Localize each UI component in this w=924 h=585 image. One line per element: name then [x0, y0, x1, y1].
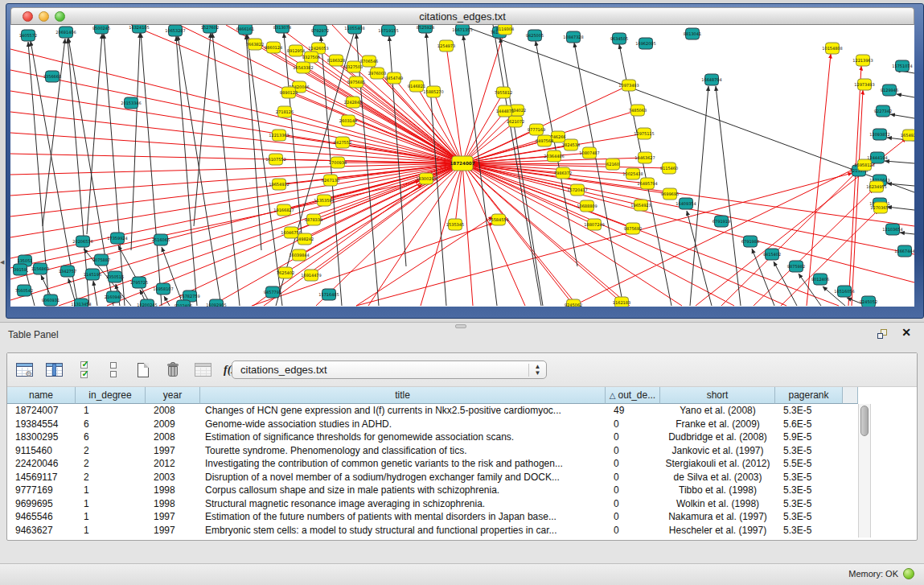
- network-edge: [43, 39, 65, 226]
- dropdown-arrows-icon: ▲▼: [528, 364, 546, 377]
- table-settings-icon: ⚙: [16, 363, 33, 377]
- table-cell-name: 19384554: [7, 418, 76, 431]
- table-panel-title: Table Panel: [8, 329, 59, 340]
- network-node-label: 9875982: [787, 264, 805, 269]
- network-node-label: 10719155: [378, 28, 398, 33]
- network-node-label: 1700934: [329, 160, 347, 165]
- table-cell-title: Embryonic stem cells: a model to study s…: [200, 524, 606, 538]
- network-edge: [356, 173, 852, 306]
- table-cell-pagerank: 5.3E-5: [775, 444, 843, 458]
- network-window[interactable]: citations_edges.txt 14055722069140695002…: [6, 3, 924, 319]
- table-row[interactable]: 946554611997Estimation of the future num…: [7, 510, 858, 524]
- column-header-in_degree[interactable]: in_degree: [76, 387, 146, 404]
- network-edge: [887, 207, 914, 210]
- table-row[interactable]: 969969511998Structural magnetic resonanc…: [7, 497, 858, 511]
- table-cell-in_degree: 2: [76, 444, 146, 458]
- scrollbar-thumb[interactable]: [860, 406, 869, 436]
- network-node-label: 1162183: [613, 300, 630, 305]
- table-cell-short: Yano et al. (2008): [660, 404, 775, 418]
- panel-collapse-arrow[interactable]: ◀: [0, 259, 4, 266]
- network-node-label: 2160946: [105, 295, 122, 299]
- network-window-titlebar[interactable]: citations_edges.txt: [10, 7, 914, 25]
- network-node-label: 7625402: [277, 270, 294, 275]
- table-row[interactable]: 1938455462009Genome-wide association stu…: [7, 418, 858, 431]
- table-cell-name: 9465546: [7, 510, 76, 524]
- table-cell-short: Franke et al. (2009): [660, 418, 775, 431]
- column-header-year[interactable]: year: [146, 387, 200, 404]
- network-node-label: 8186328: [327, 58, 345, 63]
- network-node-label: 8706546: [360, 59, 378, 64]
- network-node-label: 16039844: [289, 253, 309, 257]
- network-node-label: 18807249: [584, 222, 604, 227]
- network-node-label: 16092905: [206, 303, 226, 307]
- column-header-label: name: [29, 389, 53, 401]
- column-header-short[interactable]: short: [660, 387, 775, 404]
- network-node-label: 10807487: [579, 150, 599, 155]
- table-row[interactable]: 1872400712008Changes of HCN gene express…: [7, 404, 858, 418]
- table-row[interactable]: 1456911722003Disruption of a novel membe…: [7, 471, 858, 484]
- table-cell-in_degree: 1: [76, 524, 146, 538]
- table-cell-short: Nakamura et al. (1997): [660, 510, 775, 524]
- network-edge: [247, 34, 282, 306]
- table-panel-body: ⚙ f(x): [6, 352, 918, 541]
- table-cell-in_degree: 1: [76, 404, 146, 418]
- network-node-label: 15958128: [854, 163, 874, 167]
- network-node-label: 8878334: [305, 217, 322, 222]
- splitter-grip[interactable]: [455, 324, 466, 328]
- table-cell-in_degree: 6: [76, 431, 146, 444]
- network-node-label: 16324105: [129, 25, 149, 30]
- new-document-icon: [138, 363, 149, 377]
- table-cell-in_degree: 2: [76, 471, 146, 484]
- table-cell-name: 9463627: [7, 524, 76, 538]
- table-row[interactable]: 1830029562008Estimation of significance …: [7, 431, 858, 444]
- table-selector-dropdown[interactable]: citations_edges.txt ▲▼: [232, 360, 547, 379]
- column-header-label: in_degree: [88, 389, 131, 401]
- table-row[interactable]: 911546021997Tourette syndrome. Phenomeno…: [7, 444, 858, 458]
- column-header-title[interactable]: title: [200, 387, 606, 404]
- create-column-button[interactable]: [130, 357, 156, 383]
- table-settings-button[interactable]: ⚙: [11, 357, 37, 383]
- network-node-label: 8912954: [287, 48, 305, 53]
- network-node-label: 9890123: [280, 90, 298, 95]
- float-panel-icon[interactable]: [877, 329, 889, 340]
- table-cell-out_degree: 0: [606, 524, 660, 538]
- table-cell-title: Tourette syndrome. Phenomenology and cla…: [200, 444, 606, 458]
- network-graph[interactable]: 1405572206914069500245163241051065328715…: [10, 25, 914, 307]
- application-window: ◀ citations_edges.txt 14055722069140695: [0, 0, 924, 585]
- select-column-button[interactable]: [41, 357, 67, 383]
- network-edge: [462, 111, 505, 163]
- delete-column-button[interactable]: [160, 357, 186, 383]
- network-node-label: 1795725: [130, 280, 148, 285]
- network-node-label: 8267130: [322, 178, 339, 183]
- select-all-columns-button[interactable]: [71, 357, 97, 383]
- table-row[interactable]: 977716911998Corpus callosum shape and si…: [7, 484, 858, 497]
- network-edge: [462, 163, 734, 306]
- checkmarks-icon: [80, 361, 88, 378]
- table-cell-out_degree: 0: [606, 497, 660, 511]
- network-edge: [852, 90, 863, 306]
- table-cell-in_degree: 2: [76, 457, 146, 471]
- table-cell-out_degree: 49: [606, 404, 660, 418]
- empty-boxes-icon: [110, 362, 117, 377]
- table-row[interactable]: 946362711997Embryonic stem cells: a mode…: [7, 524, 858, 538]
- network-node-label: 135051: [17, 258, 32, 263]
- table-cell-pagerank: 5.9E-5: [775, 431, 843, 444]
- table-row[interactable]: 2242004622012Investigating the contribut…: [7, 457, 858, 471]
- network-node-label: 11313454: [71, 302, 91, 307]
- table-cell-out_degree: 0: [606, 457, 660, 471]
- network-node-label: 1350515: [106, 274, 124, 279]
- table-cell-name: 18724007: [7, 404, 76, 418]
- network-node-label: 16234955: [866, 184, 886, 189]
- network-node-label: 1621072: [507, 119, 524, 124]
- network-node-label: 16962095: [635, 41, 655, 46]
- network-node-label: 8525924: [417, 25, 434, 30]
- column-header-name[interactable]: name: [7, 387, 76, 404]
- network-canvas[interactable]: 1405572206914069500245163241051065328715…: [10, 25, 914, 307]
- unselect-columns-button[interactable]: [101, 357, 126, 383]
- column-header-pagerank[interactable]: pagerank: [775, 387, 843, 404]
- vertical-scrollbar[interactable]: [858, 404, 871, 538]
- sort-ascending-icon: △: [610, 391, 616, 400]
- network-node-label: 2603144: [339, 118, 357, 123]
- column-header-out_degree[interactable]: △out_de...: [606, 387, 660, 404]
- close-panel-icon[interactable]: ✕: [901, 326, 911, 339]
